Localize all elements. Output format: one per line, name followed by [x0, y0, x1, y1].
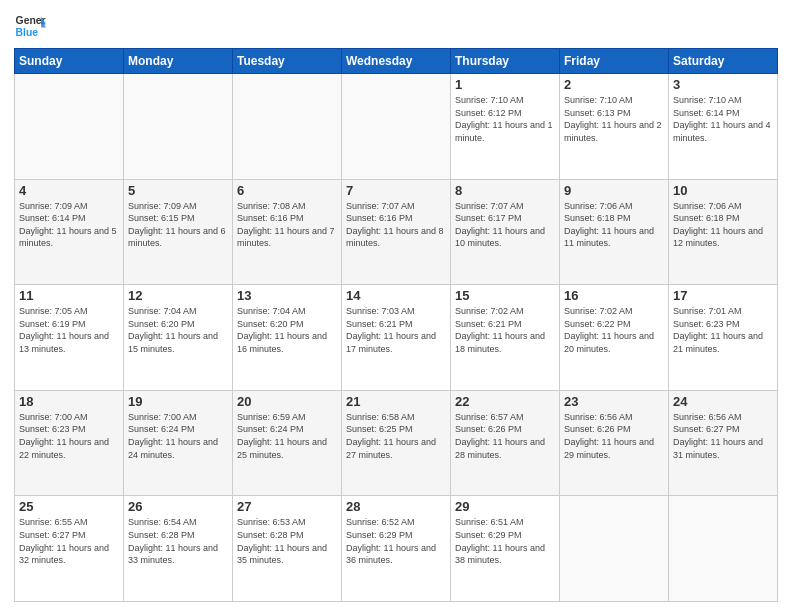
- logo: General Blue: [14, 10, 46, 42]
- day-number: 5: [128, 183, 228, 198]
- calendar-cell: 8Sunrise: 7:07 AM Sunset: 6:17 PM Daylig…: [451, 179, 560, 285]
- svg-text:Blue: Blue: [16, 27, 39, 38]
- calendar-cell: 11Sunrise: 7:05 AM Sunset: 6:19 PM Dayli…: [15, 285, 124, 391]
- calendar-cell: 3Sunrise: 7:10 AM Sunset: 6:14 PM Daylig…: [669, 74, 778, 180]
- day-number: 10: [673, 183, 773, 198]
- logo-icon: General Blue: [14, 10, 46, 42]
- calendar-cell: 12Sunrise: 7:04 AM Sunset: 6:20 PM Dayli…: [124, 285, 233, 391]
- day-info: Sunrise: 7:10 AM Sunset: 6:12 PM Dayligh…: [455, 94, 555, 144]
- weekday-header-monday: Monday: [124, 49, 233, 74]
- day-info: Sunrise: 6:59 AM Sunset: 6:24 PM Dayligh…: [237, 411, 337, 461]
- calendar-cell: 24Sunrise: 6:56 AM Sunset: 6:27 PM Dayli…: [669, 390, 778, 496]
- calendar-cell: 2Sunrise: 7:10 AM Sunset: 6:13 PM Daylig…: [560, 74, 669, 180]
- calendar-cell: 27Sunrise: 6:53 AM Sunset: 6:28 PM Dayli…: [233, 496, 342, 602]
- day-number: 23: [564, 394, 664, 409]
- weekday-header-tuesday: Tuesday: [233, 49, 342, 74]
- calendar-cell: 10Sunrise: 7:06 AM Sunset: 6:18 PM Dayli…: [669, 179, 778, 285]
- day-info: Sunrise: 6:56 AM Sunset: 6:26 PM Dayligh…: [564, 411, 664, 461]
- week-row-1: 1Sunrise: 7:10 AM Sunset: 6:12 PM Daylig…: [15, 74, 778, 180]
- day-info: Sunrise: 7:02 AM Sunset: 6:22 PM Dayligh…: [564, 305, 664, 355]
- day-info: Sunrise: 7:08 AM Sunset: 6:16 PM Dayligh…: [237, 200, 337, 250]
- day-number: 15: [455, 288, 555, 303]
- calendar-cell: 16Sunrise: 7:02 AM Sunset: 6:22 PM Dayli…: [560, 285, 669, 391]
- calendar-cell: [15, 74, 124, 180]
- week-row-5: 25Sunrise: 6:55 AM Sunset: 6:27 PM Dayli…: [15, 496, 778, 602]
- calendar-cell: 13Sunrise: 7:04 AM Sunset: 6:20 PM Dayli…: [233, 285, 342, 391]
- day-number: 9: [564, 183, 664, 198]
- day-number: 19: [128, 394, 228, 409]
- day-number: 6: [237, 183, 337, 198]
- day-info: Sunrise: 7:06 AM Sunset: 6:18 PM Dayligh…: [673, 200, 773, 250]
- day-info: Sunrise: 7:09 AM Sunset: 6:14 PM Dayligh…: [19, 200, 119, 250]
- week-row-2: 4Sunrise: 7:09 AM Sunset: 6:14 PM Daylig…: [15, 179, 778, 285]
- calendar-cell: 26Sunrise: 6:54 AM Sunset: 6:28 PM Dayli…: [124, 496, 233, 602]
- weekday-header-thursday: Thursday: [451, 49, 560, 74]
- day-info: Sunrise: 7:04 AM Sunset: 6:20 PM Dayligh…: [237, 305, 337, 355]
- calendar-cell: [669, 496, 778, 602]
- calendar-table: SundayMondayTuesdayWednesdayThursdayFrid…: [14, 48, 778, 602]
- day-info: Sunrise: 6:56 AM Sunset: 6:27 PM Dayligh…: [673, 411, 773, 461]
- calendar-cell: 25Sunrise: 6:55 AM Sunset: 6:27 PM Dayli…: [15, 496, 124, 602]
- day-number: 8: [455, 183, 555, 198]
- day-number: 27: [237, 499, 337, 514]
- day-info: Sunrise: 7:02 AM Sunset: 6:21 PM Dayligh…: [455, 305, 555, 355]
- day-info: Sunrise: 6:58 AM Sunset: 6:25 PM Dayligh…: [346, 411, 446, 461]
- weekday-header-saturday: Saturday: [669, 49, 778, 74]
- day-info: Sunrise: 6:51 AM Sunset: 6:29 PM Dayligh…: [455, 516, 555, 566]
- day-number: 11: [19, 288, 119, 303]
- day-number: 2: [564, 77, 664, 92]
- header: General Blue: [14, 10, 778, 42]
- day-info: Sunrise: 7:03 AM Sunset: 6:21 PM Dayligh…: [346, 305, 446, 355]
- day-number: 4: [19, 183, 119, 198]
- day-info: Sunrise: 7:07 AM Sunset: 6:17 PM Dayligh…: [455, 200, 555, 250]
- weekday-header-friday: Friday: [560, 49, 669, 74]
- day-info: Sunrise: 6:57 AM Sunset: 6:26 PM Dayligh…: [455, 411, 555, 461]
- day-info: Sunrise: 7:05 AM Sunset: 6:19 PM Dayligh…: [19, 305, 119, 355]
- day-info: Sunrise: 7:07 AM Sunset: 6:16 PM Dayligh…: [346, 200, 446, 250]
- day-info: Sunrise: 7:06 AM Sunset: 6:18 PM Dayligh…: [564, 200, 664, 250]
- day-info: Sunrise: 7:09 AM Sunset: 6:15 PM Dayligh…: [128, 200, 228, 250]
- calendar-cell: [560, 496, 669, 602]
- day-number: 7: [346, 183, 446, 198]
- day-number: 13: [237, 288, 337, 303]
- day-number: 29: [455, 499, 555, 514]
- calendar-cell: 5Sunrise: 7:09 AM Sunset: 6:15 PM Daylig…: [124, 179, 233, 285]
- day-info: Sunrise: 7:01 AM Sunset: 6:23 PM Dayligh…: [673, 305, 773, 355]
- calendar-cell: 19Sunrise: 7:00 AM Sunset: 6:24 PM Dayli…: [124, 390, 233, 496]
- week-row-3: 11Sunrise: 7:05 AM Sunset: 6:19 PM Dayli…: [15, 285, 778, 391]
- day-info: Sunrise: 7:10 AM Sunset: 6:13 PM Dayligh…: [564, 94, 664, 144]
- calendar-cell: 14Sunrise: 7:03 AM Sunset: 6:21 PM Dayli…: [342, 285, 451, 391]
- calendar-cell: 1Sunrise: 7:10 AM Sunset: 6:12 PM Daylig…: [451, 74, 560, 180]
- day-number: 28: [346, 499, 446, 514]
- calendar-cell: 20Sunrise: 6:59 AM Sunset: 6:24 PM Dayli…: [233, 390, 342, 496]
- day-info: Sunrise: 6:53 AM Sunset: 6:28 PM Dayligh…: [237, 516, 337, 566]
- calendar-cell: [342, 74, 451, 180]
- weekday-header-wednesday: Wednesday: [342, 49, 451, 74]
- day-number: 22: [455, 394, 555, 409]
- day-info: Sunrise: 7:00 AM Sunset: 6:24 PM Dayligh…: [128, 411, 228, 461]
- calendar-cell: 15Sunrise: 7:02 AM Sunset: 6:21 PM Dayli…: [451, 285, 560, 391]
- calendar-cell: 4Sunrise: 7:09 AM Sunset: 6:14 PM Daylig…: [15, 179, 124, 285]
- calendar-cell: 9Sunrise: 7:06 AM Sunset: 6:18 PM Daylig…: [560, 179, 669, 285]
- day-info: Sunrise: 7:04 AM Sunset: 6:20 PM Dayligh…: [128, 305, 228, 355]
- calendar-cell: 7Sunrise: 7:07 AM Sunset: 6:16 PM Daylig…: [342, 179, 451, 285]
- calendar-cell: 28Sunrise: 6:52 AM Sunset: 6:29 PM Dayli…: [342, 496, 451, 602]
- calendar-cell: 17Sunrise: 7:01 AM Sunset: 6:23 PM Dayli…: [669, 285, 778, 391]
- weekday-header-row: SundayMondayTuesdayWednesdayThursdayFrid…: [15, 49, 778, 74]
- calendar-cell: 22Sunrise: 6:57 AM Sunset: 6:26 PM Dayli…: [451, 390, 560, 496]
- calendar-cell: [233, 74, 342, 180]
- day-number: 16: [564, 288, 664, 303]
- calendar-cell: 29Sunrise: 6:51 AM Sunset: 6:29 PM Dayli…: [451, 496, 560, 602]
- calendar-cell: 23Sunrise: 6:56 AM Sunset: 6:26 PM Dayli…: [560, 390, 669, 496]
- day-info: Sunrise: 7:10 AM Sunset: 6:14 PM Dayligh…: [673, 94, 773, 144]
- day-info: Sunrise: 6:55 AM Sunset: 6:27 PM Dayligh…: [19, 516, 119, 566]
- day-number: 17: [673, 288, 773, 303]
- day-info: Sunrise: 7:00 AM Sunset: 6:23 PM Dayligh…: [19, 411, 119, 461]
- day-number: 3: [673, 77, 773, 92]
- calendar-cell: 21Sunrise: 6:58 AM Sunset: 6:25 PM Dayli…: [342, 390, 451, 496]
- day-number: 21: [346, 394, 446, 409]
- day-number: 20: [237, 394, 337, 409]
- calendar-cell: [124, 74, 233, 180]
- day-number: 24: [673, 394, 773, 409]
- day-number: 26: [128, 499, 228, 514]
